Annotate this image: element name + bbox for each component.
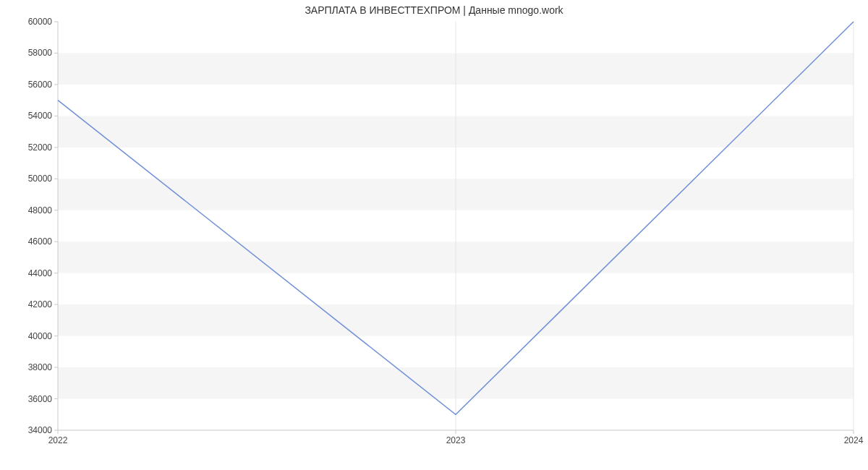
y-tick-label: 48000	[28, 205, 53, 215]
y-tick-label: 38000	[28, 362, 53, 372]
y-tick-label: 60000	[28, 17, 53, 27]
y-tick-label: 42000	[28, 299, 53, 309]
y-tick-label: 58000	[28, 48, 53, 58]
x-tick-label: 2022	[48, 435, 68, 445]
y-tick-label: 46000	[28, 236, 53, 247]
y-tick-label: 56000	[28, 80, 53, 90]
chart-title: ЗАРПЛАТА В ИНВЕСТТЕХПРОМ | Данные mnogo.…	[0, 4, 868, 16]
x-tick-label: 2024	[844, 435, 864, 445]
y-tick-label: 36000	[28, 394, 53, 404]
y-tick-label: 44000	[28, 268, 53, 278]
y-tick-label: 40000	[28, 331, 53, 341]
chart-svg: 3400036000380004000042000440004600048000…	[0, 0, 868, 470]
y-tick-label: 34000	[28, 425, 53, 435]
x-tick-label: 2023	[446, 435, 466, 445]
chart-container: ЗАРПЛАТА В ИНВЕСТТЕХПРОМ | Данные mnogo.…	[0, 0, 868, 470]
y-tick-label: 50000	[28, 174, 53, 184]
y-tick-label: 52000	[28, 142, 53, 153]
y-tick-label: 54000	[28, 111, 53, 121]
